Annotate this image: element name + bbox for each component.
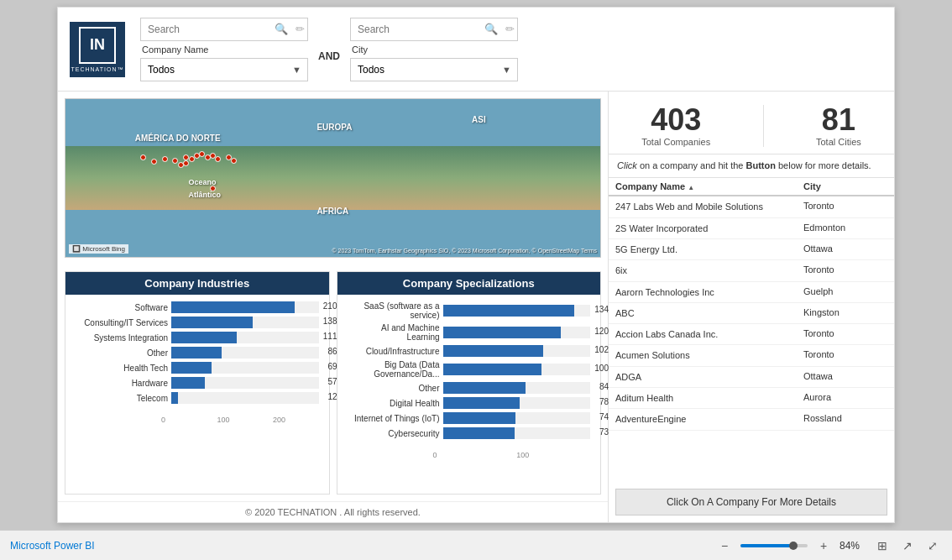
specializations-chart-content: SaaS (software as a service) 134 AI and … [337,295,601,449]
search-wrap-company: 🔍 ✏ [140,18,308,41]
row-city: Toronto [803,264,887,275]
bar-fill [171,332,237,343]
stat-companies: 403 Total Companies [641,105,710,147]
logo-inner: IN [79,27,116,64]
bar-value: 120 [592,327,609,336]
table-row[interactable]: 2S Water Incorporated Edmonton [609,218,894,239]
fullscreen-icon[interactable]: ⤢ [923,536,942,555]
bar-fill [443,364,541,375]
table-row[interactable]: Acumen Solutions Toronto [609,345,894,366]
row-company: ABC [615,307,803,319]
bar-fill [171,362,212,374]
bar-row: Telecom 12 [76,392,319,404]
bar-fill [171,317,253,328]
edit-icon-company[interactable]: ✏ [296,23,305,35]
row-company: Accion Labs Canada Inc. [615,328,803,340]
bar-track: 111 [171,332,319,343]
row-company: 2S Water Incorporated [615,222,803,234]
bottom-icons: ↗ ⤢ [898,536,942,555]
bar-label: Other [76,348,168,358]
table-row[interactable]: AdventureEngine Rossland [609,409,894,430]
bar-fill [443,382,526,394]
bar-label: Other [348,384,440,393]
row-company: Aarorn Technologies Inc [615,286,803,298]
bar-track: 100 [443,364,591,375]
spec-axis: 0 100 [433,451,601,459]
table-row[interactable]: ABC Kingston [609,303,894,324]
stats-row: 403 Total Companies 81 Total Cities [609,92,894,154]
search-icon-company[interactable]: 🔍 [275,23,288,35]
col-company-header: Company Name ▲ [615,181,803,191]
table-row[interactable]: ADGA Ottawa [609,367,894,388]
table-row[interactable]: 6ix Toronto [609,260,894,281]
bar-fill [171,347,222,359]
company-dropdown-select[interactable]: Todos [140,58,308,81]
bar-row: SaaS (software as a service) 134 [348,301,591,320]
table-row[interactable]: Aarorn Technologies Inc Guelph [609,282,894,303]
header: IN TECHNATION™ 🔍 ✏ Company Name Todos ▼ [58,8,894,92]
bar-value: 57 [321,377,337,386]
bar-track: 138 [171,317,319,328]
bar-row: Software 210 [76,301,319,313]
charts-area: Company Industries Software 210 Consulti… [58,264,608,501]
bar-track: 84 [443,382,591,394]
bar-track: 102 [443,345,591,357]
dropdown-city: Todos ▼ [350,58,518,81]
bar-fill [171,392,178,404]
bar-value: 86 [321,347,337,356]
bar-label: Consulting/IT Services [76,318,168,327]
bar-label: Telecom [76,394,168,403]
map-label-americas: AMÉRICA DO NORTE [135,133,221,143]
table-row[interactable]: Accion Labs Canada Inc. Toronto [609,324,894,345]
bar-track: 57 [171,377,319,389]
search-icon-city[interactable]: 🔍 [484,23,498,35]
col-city-header: City [803,181,887,191]
city-dropdown-select[interactable]: Todos [350,58,518,81]
table-row[interactable]: 5G Energy Ltd. Ottawa [609,239,894,260]
total-cities-label: Total Cities [816,137,861,147]
row-city: Toronto [803,328,887,338]
bar-fill [443,327,561,338]
bar-track: 78 [443,397,591,409]
total-cities-number: 81 [816,105,861,135]
bar-label: SaaS (software as a service) [348,301,440,320]
bar-row: Internet of Things (IoT) 74 [348,412,591,424]
row-company: 247 Labs Web and Mobile Solutions [615,201,803,212]
bar-row: AI and Machine Learning 120 [348,323,591,342]
bar-label: Internet of Things (IoT) [348,414,440,423]
company-header-text: Company Name [615,181,685,191]
bar-value: 134 [592,305,609,314]
zoom-plus[interactable]: + [814,536,833,555]
detail-button[interactable]: Click On A Company For More Details [615,489,887,516]
specializations-title: Company Specializations [337,272,601,295]
spec-axis-100: 100 [516,451,600,459]
bar-label: Digital Health [348,399,440,408]
stat-divider [763,105,764,147]
bar-value: 138 [321,317,337,326]
share-icon[interactable]: ↗ [898,536,917,555]
bar-label: Big Data (Data Governance/Da... [348,360,440,379]
spec-axis-0: 0 [433,451,517,459]
industries-axis: 0 100 200 [161,416,329,424]
row-city: Guelph [803,286,887,296]
zoom-level: 84% [840,540,866,552]
bar-value: 74 [592,412,609,421]
search-wrap-city: 🔍 ✏ [350,18,518,41]
table-row[interactable]: Aditum Health Aurora [609,388,894,409]
zoom-slider-fill [740,544,791,547]
and-label: AND [318,37,340,62]
powerbi-link[interactable]: Microsoft Power BI [10,540,95,552]
row-city: Edmonton [803,222,887,233]
search-section: 🔍 ✏ Company Name Todos ▼ AND 🔍 ✏ [140,18,884,81]
fit-page-icon[interactable]: ⊞ [873,536,892,555]
table-row[interactable]: 247 Labs Web and Mobile Solutions Toront… [609,196,894,217]
row-city: Rossland [803,413,887,423]
map-label-africa: AFRICA [316,207,348,216]
zoom-minus[interactable]: − [715,536,734,555]
map-dot [140,154,146,160]
total-companies-label: Total Companies [641,137,710,147]
industries-title: Company Industries [65,272,329,295]
zoom-slider[interactable] [740,544,808,547]
company-table[interactable]: Company Name ▲ City 247 Labs Web and Mob… [609,178,894,482]
edit-icon-city[interactable]: ✏ [505,23,515,35]
